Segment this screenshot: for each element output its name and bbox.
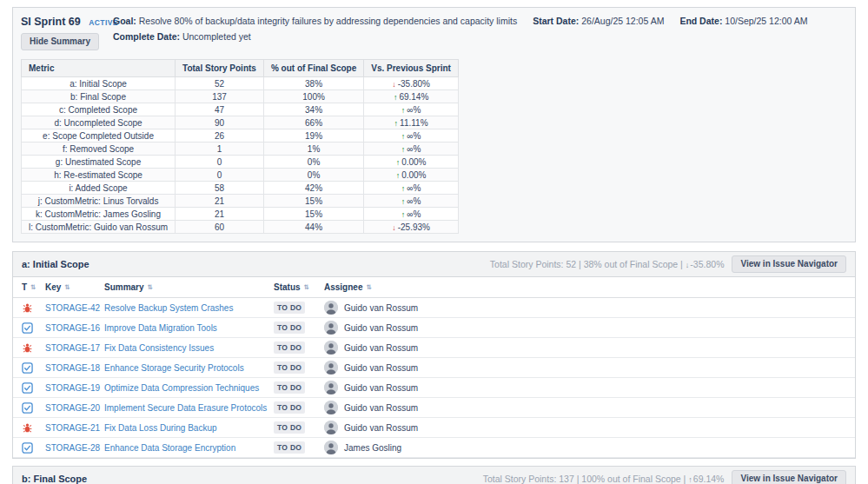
- bug-icon: [22, 422, 33, 434]
- assignee-name: Guido van Rossum: [344, 383, 418, 393]
- issue-key-link[interactable]: STORAGE-17: [45, 343, 100, 353]
- trend-arrow-icon: [401, 184, 406, 193]
- trend-arrow-icon: [394, 119, 399, 128]
- sprint-summary-panel: SI Sprint 69 ACTIVE Hide Summary Goal: R…: [12, 7, 856, 242]
- end-date-value: 10/Sep/25 12:00 AM: [725, 16, 807, 26]
- trend-arrow-icon: [392, 80, 396, 89]
- assignee-avatar: [324, 321, 338, 335]
- issues-header-row: T Key Summary Status Assignee: [13, 277, 855, 298]
- metrics-row: d: Uncompleted Scope9066%11.11%: [22, 116, 459, 129]
- assignee-avatar: [324, 401, 338, 414]
- issue-key-link[interactable]: STORAGE-18: [45, 363, 100, 373]
- section-title: a: Initial Scope: [22, 259, 89, 269]
- metrics-row: b: Final Scope137100%69.14%: [22, 90, 459, 103]
- metrics-col-vs: Vs. Previous Sprint: [364, 60, 459, 77]
- section-stats: Total Story Points: 52 | 38% out of Fina…: [490, 259, 725, 269]
- metrics-row: a: Initial Scope5238%-35.80%: [22, 77, 459, 90]
- section-initial-scope: a: Initial Scope Total Story Points: 52 …: [12, 251, 856, 459]
- assignee-name: Guido van Rossum: [344, 323, 418, 333]
- complete-date-value: Uncompleted yet: [182, 31, 251, 42]
- assignee-avatar: [324, 421, 338, 434]
- assignee-avatar: [324, 341, 338, 355]
- task-icon: [22, 382, 33, 394]
- assignee-avatar: [324, 441, 338, 454]
- issue-summary-link[interactable]: Enhance Data Storage Encryption: [104, 443, 235, 453]
- trend-arrow-icon: [394, 93, 398, 102]
- status-badge: TO DO: [274, 302, 305, 313]
- issue-summary-link[interactable]: Resolve Backup System Crashes: [104, 303, 233, 313]
- issue-type-icon: [22, 362, 33, 374]
- issue-summary-link[interactable]: Improve Data Migration Tools: [104, 323, 217, 333]
- assignee-avatar: [324, 301, 338, 315]
- metrics-header-row: Metric Total Story Points % out of Final…: [22, 60, 459, 77]
- issue-row: STORAGE-19 Optimize Data Compression Tec…: [13, 378, 855, 398]
- section-stats: Total Story Points: 137 | 100% out of Fi…: [483, 474, 725, 484]
- col-header-summary[interactable]: Summary: [101, 277, 270, 298]
- issue-summary-link[interactable]: Fix Data Consistency Issues: [104, 343, 214, 353]
- sprint-end-date: End Date: 10/Sep/25 12:00 AM: [679, 14, 807, 28]
- assignee-name: Guido van Rossum: [344, 343, 418, 353]
- trend-arrow-icon: [401, 145, 406, 154]
- metrics-row: h: Re-estimated Scope00%0.00%: [22, 169, 459, 182]
- sprint-metrics-table: Metric Total Story Points % out of Final…: [21, 59, 459, 234]
- issue-row: STORAGE-21 Fix Data Loss During Backup T…: [13, 418, 855, 438]
- issue-key-link[interactable]: STORAGE-42: [45, 303, 100, 313]
- issue-key-link[interactable]: STORAGE-16: [45, 323, 100, 333]
- issue-row: STORAGE-28 Enhance Data Storage Encrypti…: [13, 438, 855, 458]
- issue-key-link[interactable]: STORAGE-21: [45, 423, 100, 433]
- metrics-col-metric: Metric: [22, 60, 176, 77]
- col-header-assignee[interactable]: Assignee: [321, 277, 855, 298]
- metrics-col-pct: % out of Final Scope: [263, 60, 363, 77]
- issue-key-link[interactable]: STORAGE-19: [45, 383, 100, 393]
- assignee-name: Guido van Rossum: [344, 403, 418, 413]
- issue-summary-link[interactable]: Fix Data Loss During Backup: [104, 423, 217, 433]
- trend-arrow-icon: [396, 171, 401, 180]
- metrics-col-points: Total Story Points: [176, 60, 264, 77]
- view-in-issue-navigator-button[interactable]: View in Issue Navigator: [732, 470, 846, 484]
- metrics-row: i: Added Scope5842%∞%: [22, 182, 459, 195]
- section-final-scope: b: Final Scope Total Story Points: 137 |…: [12, 466, 856, 484]
- status-badge: TO DO: [274, 421, 305, 433]
- initial-scope-issues-table: T Key Summary Status Assignee STORAGE-42…: [13, 277, 855, 458]
- trend-arrow-icon: [401, 197, 406, 206]
- status-badge: TO DO: [274, 401, 305, 413]
- status-badge: TO DO: [274, 322, 305, 333]
- issue-summary-link[interactable]: Optimize Data Compression Techniques: [104, 383, 259, 393]
- metrics-row: k: CustomMetric: James Gosling2115%∞%: [22, 208, 459, 221]
- hide-summary-button[interactable]: Hide Summary: [21, 33, 99, 50]
- metrics-row: c: Completed Scope4734%∞%: [22, 103, 459, 116]
- metrics-row: g: Unestimated Scope00%0.00%: [22, 156, 459, 169]
- complete-date-label: Complete Date:: [113, 31, 180, 42]
- issue-key-link[interactable]: STORAGE-20: [45, 403, 100, 413]
- issue-type-icon: [22, 302, 33, 314]
- end-date-label: End Date:: [679, 16, 722, 26]
- bug-icon: [22, 302, 33, 314]
- issue-type-icon: [22, 382, 33, 394]
- issue-type-icon: [22, 402, 33, 414]
- issue-row: STORAGE-20 Implement Secure Data Erasure…: [13, 398, 855, 418]
- assignee-avatar: [324, 381, 338, 394]
- issue-row: STORAGE-42 Resolve Backup System Crashes…: [13, 298, 855, 318]
- task-icon: [22, 442, 33, 454]
- task-icon: [22, 402, 33, 414]
- assignee-name: Guido van Rossum: [344, 363, 418, 373]
- col-header-status[interactable]: Status: [270, 277, 321, 298]
- trend-arrow-icon: [401, 210, 406, 219]
- col-header-type[interactable]: T: [13, 277, 42, 298]
- issue-row: STORAGE-18 Enhance Storage Security Prot…: [13, 358, 855, 378]
- trend-arrow-icon: [401, 106, 406, 115]
- issue-key-link[interactable]: STORAGE-28: [45, 443, 100, 453]
- view-in-issue-navigator-button[interactable]: View in Issue Navigator: [732, 255, 846, 273]
- bug-icon: [22, 342, 33, 354]
- issue-type-icon: [22, 322, 33, 334]
- issue-type-icon: [22, 442, 33, 454]
- col-header-key[interactable]: Key: [42, 277, 101, 298]
- task-icon: [22, 322, 33, 334]
- issue-summary-link[interactable]: Enhance Storage Security Protocols: [104, 363, 244, 373]
- section-title: b: Final Scope: [22, 474, 87, 484]
- sprint-goal: Goal: Resolve 80% of backup/data integri…: [113, 14, 517, 28]
- assignee-name: Guido van Rossum: [344, 423, 418, 433]
- assignee-name: James Gosling: [344, 443, 401, 453]
- issue-summary-link[interactable]: Implement Secure Data Erasure Protocols: [104, 403, 267, 413]
- issue-type-icon: [22, 342, 33, 354]
